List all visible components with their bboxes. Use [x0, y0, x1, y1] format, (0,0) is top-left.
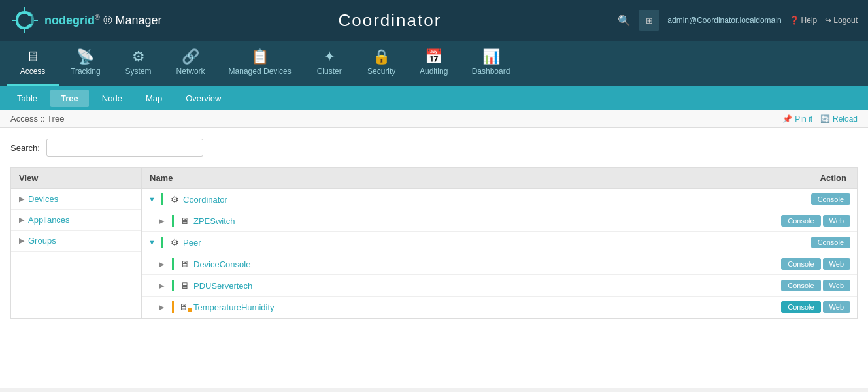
nav-item-network[interactable]: 🔗 Network	[165, 41, 217, 86]
nav-item-tracking[interactable]: 📡 Tracking	[59, 41, 112, 86]
console-button[interactable]: Console	[781, 301, 820, 313]
devices-label: Devices	[28, 194, 58, 204]
table-row: ▶ 🖥 PDUServertech Console Web	[142, 275, 857, 297]
logout-link[interactable]: ↪ Logout	[825, 16, 858, 25]
content-area: Search: View ▶ Devices ▶ Appliances ▶ Gr…	[0, 128, 868, 388]
device-name-coordinator[interactable]: Coordinator	[183, 195, 809, 204]
right-panel: Name Action ▼ ⚙ Coordinator Console ▶ 🖥 …	[142, 168, 857, 318]
breadcrumb-actions: 📌 Pin it 🔄 Reload	[782, 114, 858, 123]
chevron-right-icon[interactable]: ▶	[159, 282, 167, 290]
sub-nav-node[interactable]: Node	[92, 90, 133, 107]
sub-nav-table[interactable]: Table	[7, 90, 48, 107]
sub-nav-overview[interactable]: Overview	[175, 90, 231, 107]
action-buttons: Console Web	[781, 280, 850, 291]
pin-icon: 📌	[782, 114, 792, 123]
logo-area: nodegrid® ® Manager	[10, 6, 161, 35]
search-input[interactable]	[46, 139, 203, 157]
reload-button[interactable]: 🔄 Reload	[820, 114, 858, 123]
nav-label-managed-devices: Managed Devices	[229, 67, 292, 76]
device-name-temperaturehumidity[interactable]: TemperatureHumidity	[193, 302, 778, 312]
chevron-down-icon[interactable]: ▼	[148, 238, 156, 246]
console-button[interactable]: Console	[781, 215, 820, 227]
tree-item-appliances[interactable]: ▶ Appliances	[11, 210, 141, 231]
grid-button[interactable]: ⊞	[639, 10, 659, 31]
status-indicator	[161, 237, 163, 248]
view-panel-header: View	[11, 168, 141, 189]
chevron-down-icon[interactable]: ▼	[148, 195, 156, 203]
console-button[interactable]: Console	[811, 193, 850, 205]
tree-item-groups[interactable]: ▶ Groups	[11, 231, 141, 252]
nav-label-tracking: Tracking	[71, 67, 101, 76]
appliances-label: Appliances	[28, 215, 70, 225]
table-row: ▼ ⚙ Coordinator Console	[142, 189, 857, 210]
device-name-deviceconsole[interactable]: DeviceConsole	[193, 259, 778, 269]
nav-label-access: Access	[20, 67, 46, 76]
nav-item-managed-devices[interactable]: 📋 Managed Devices	[217, 41, 303, 86]
chevron-right-icon: ▶	[19, 216, 24, 224]
groups-label: Groups	[28, 236, 56, 246]
web-button[interactable]: Web	[823, 280, 850, 291]
nav-bar: 🖥 Access 📡 Tracking ⚙ System 🔗 Network 📋…	[0, 41, 868, 86]
left-panel: View ▶ Devices ▶ Appliances ▶ Groups	[11, 168, 142, 318]
tree-item-devices[interactable]: ▶ Devices	[11, 189, 141, 210]
auditing-icon: 📅	[425, 50, 442, 64]
device-name-zpeswitch[interactable]: ZPESwitch	[193, 216, 778, 226]
nav-item-auditing[interactable]: 📅 Auditing	[408, 41, 460, 86]
sub-nav-map[interactable]: Map	[135, 90, 173, 107]
nav-item-dashboard[interactable]: 📊 Dashboard	[460, 41, 522, 86]
chevron-right-icon[interactable]: ▶	[159, 217, 167, 225]
right-panel-header: Name Action	[142, 168, 857, 189]
search-button[interactable]: 🔍	[618, 14, 631, 27]
table-row: ▶ 🖥 TemperatureHumidity Console Web	[142, 297, 857, 318]
chevron-right-icon: ▶	[19, 237, 24, 245]
user-menu[interactable]: admin@Coordinator.localdomain	[667, 16, 781, 25]
web-button[interactable]: Web	[823, 301, 850, 313]
table-row: ▼ ⚙ Peer Console	[142, 232, 857, 253]
breadcrumb: Access :: Tree	[10, 114, 64, 123]
status-indicator	[172, 301, 174, 313]
status-indicator	[172, 258, 174, 270]
chevron-right-icon[interactable]: ▶	[159, 260, 167, 269]
logo-icon	[10, 6, 39, 35]
nav-item-cluster[interactable]: ✦ Cluster	[303, 41, 356, 86]
device-name-peer[interactable]: Peer	[183, 238, 809, 248]
table-row: ▶ 🖥 ZPESwitch Console Web	[142, 210, 857, 232]
nav-label-security: Security	[367, 67, 395, 76]
header-right: 🔍 ⊞ admin@Coordinator.localdomain ❓ Help…	[618, 10, 858, 31]
nav-item-system[interactable]: ⚙ System	[112, 41, 165, 86]
monitor-icon: 🖥	[179, 259, 191, 269]
gear-icon: ⚙	[169, 194, 180, 204]
dashboard-icon: 📊	[482, 50, 500, 64]
console-button[interactable]: Console	[811, 237, 850, 248]
device-name-pduservertech[interactable]: PDUServertech	[193, 281, 778, 291]
search-row: Search:	[10, 139, 858, 157]
status-indicator	[172, 280, 174, 291]
security-icon: 🔒	[373, 50, 390, 64]
network-icon: 🔗	[182, 50, 199, 64]
nav-item-access[interactable]: 🖥 Access	[7, 41, 59, 86]
status-indicator	[161, 193, 163, 205]
sub-nav-tree[interactable]: Tree	[50, 90, 89, 107]
console-button[interactable]: Console	[781, 258, 820, 270]
access-icon: 🖥	[25, 50, 40, 64]
action-buttons: Console Web	[781, 215, 850, 227]
nav-label-cluster: Cluster	[317, 67, 342, 76]
site-title: Coordinator	[338, 10, 441, 31]
cluster-icon: ✦	[324, 50, 335, 64]
web-button[interactable]: Web	[823, 258, 850, 270]
help-link[interactable]: ❓ Help	[790, 16, 818, 25]
nav-item-security[interactable]: 🔒 Security	[356, 41, 408, 86]
chevron-right-icon: ▶	[19, 195, 24, 203]
web-button[interactable]: Web	[823, 215, 850, 227]
search-label: Search:	[10, 143, 40, 153]
name-column-header: Name	[142, 168, 810, 188]
tracking-icon: 📡	[76, 50, 94, 64]
chevron-right-icon[interactable]: ▶	[159, 303, 167, 312]
status-indicator	[172, 215, 174, 227]
nav-label-auditing: Auditing	[420, 67, 448, 76]
pin-button[interactable]: 📌 Pin it	[782, 114, 812, 123]
top-header: nodegrid® ® Manager Coordinator 🔍 ⊞ admi…	[0, 0, 868, 41]
action-column-header: Action	[810, 168, 857, 188]
reload-icon: 🔄	[820, 114, 830, 123]
console-button[interactable]: Console	[781, 280, 820, 291]
